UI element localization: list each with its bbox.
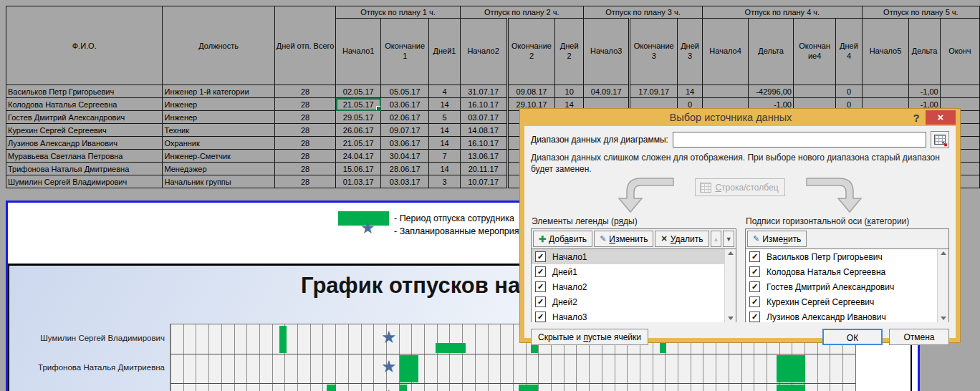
cell[interactable]: Инженер	[163, 98, 274, 111]
column-header[interactable]: Ф.И.О.	[6, 6, 163, 85]
column-header[interactable]: Начало2	[460, 19, 507, 85]
close-icon[interactable]: ×	[926, 110, 956, 125]
move-up-button[interactable]: ▲	[711, 231, 722, 247]
cell[interactable]: 14	[429, 98, 460, 111]
cell[interactable]: 4	[429, 85, 460, 98]
column-header[interactable]: Дельта	[749, 19, 794, 85]
column-header[interactable]: Оконч	[940, 19, 979, 85]
column-header[interactable]: Дней 2	[555, 19, 584, 85]
cell[interactable]: 20.11.17	[460, 163, 507, 175]
cell[interactable]	[703, 85, 749, 98]
add-series-button[interactable]: ✚ Добавить	[533, 231, 592, 247]
cell[interactable]: 28	[274, 111, 336, 124]
cell[interactable]: 14.08.17	[460, 124, 507, 137]
column-header[interactable]: Окончание 1	[381, 19, 429, 85]
checkbox-checked-icon[interactable]: ✓	[749, 281, 760, 292]
plan-group-header[interactable]: Отпуск по плану 4 ч.	[703, 6, 863, 19]
cell[interactable]: 14	[678, 85, 703, 98]
cell[interactable]: Курехин Сергей Сергеевич	[6, 124, 163, 137]
cell[interactable]: 03.06.17	[381, 137, 429, 150]
list-item[interactable]: ✓Дней1	[532, 264, 725, 279]
cell[interactable]: 29.05.17	[336, 111, 381, 124]
scroll-down-icon[interactable]	[941, 317, 946, 320]
scroll-down-icon[interactable]	[728, 317, 734, 320]
cell[interactable]: 5	[429, 111, 460, 124]
cell[interactable]	[940, 85, 979, 98]
cell[interactable]: Инженер	[163, 111, 274, 124]
column-header[interactable]: Начало5	[862, 19, 909, 85]
cell[interactable]: 26.06.17	[336, 124, 381, 137]
chart-range-input[interactable]	[673, 132, 926, 148]
cell[interactable]: Муравьева Светлана Петровна	[6, 150, 163, 163]
cell[interactable]: 09.07.17	[381, 124, 429, 137]
cell[interactable]: 28	[274, 137, 336, 150]
cell[interactable]: 28.06.17	[381, 163, 429, 175]
column-header[interactable]: Начало1	[336, 19, 381, 85]
scroll-up-icon[interactable]	[941, 251, 946, 255]
cell[interactable]: 04.09.17	[584, 85, 630, 98]
checkbox-checked-icon[interactable]: ✓	[535, 296, 546, 307]
series-list-scrollbar[interactable]	[724, 249, 736, 322]
checkbox-checked-icon[interactable]: ✓	[749, 266, 760, 277]
cell[interactable]: 28	[274, 175, 336, 188]
column-header[interactable]: Начало3	[584, 19, 630, 85]
cell[interactable]: Колодова Наталья Сергеевна	[6, 98, 163, 111]
cell[interactable]: 30.04.17	[381, 150, 429, 163]
column-header[interactable]: Должность	[163, 6, 274, 85]
cell[interactable]: 14	[429, 124, 460, 137]
list-item[interactable]: ✓Начало1	[532, 249, 725, 264]
cell[interactable]: Инженер 1-й категории	[163, 85, 274, 98]
edit-categories-button[interactable]: ✎ Изменить	[747, 231, 807, 247]
list-item[interactable]: ✓Васильков Петр Григорьевич	[746, 249, 938, 264]
plan-group-header[interactable]: Отпуск по плану 1 ч.	[336, 6, 460, 19]
cell[interactable]: 0	[836, 85, 863, 98]
column-header[interactable]: Дельта	[909, 19, 940, 85]
cell[interactable]: 17.09.17	[630, 85, 678, 98]
list-item[interactable]: ✓Лузинов Александр Иванович	[746, 309, 938, 322]
cell[interactable]: 14	[429, 163, 460, 175]
checkbox-checked-icon[interactable]: ✓	[535, 281, 546, 292]
cell[interactable]: 21.05.17	[336, 98, 381, 111]
column-header[interactable]: Дней1	[429, 19, 460, 85]
cell[interactable]: 28	[274, 85, 336, 98]
cell[interactable]	[793, 85, 835, 98]
cell[interactable]: 15.06.17	[336, 163, 381, 175]
cancel-button[interactable]: Отмена	[889, 329, 949, 345]
plan-group-header[interactable]: Отпуск по плану 3 ч.	[584, 6, 703, 19]
cell[interactable]: 10	[555, 85, 584, 98]
cell[interactable]: 28	[274, 150, 336, 163]
cell[interactable]: Васильков Петр Григорьевич	[6, 85, 163, 98]
cell[interactable]: Охранник	[163, 137, 274, 150]
categories-list-scrollbar[interactable]	[937, 249, 948, 322]
cell[interactable]: 21.05.17	[336, 137, 381, 150]
move-down-button[interactable]: ▼	[723, 231, 734, 247]
list-item[interactable]: ✓Дней2	[532, 294, 725, 309]
plan-group-header[interactable]: Отпуск по плану 2 ч.	[460, 6, 583, 19]
cell[interactable]: 16.10.17	[460, 137, 507, 150]
cell[interactable]: Шумилин Сергей Владимирович	[6, 175, 163, 188]
cell[interactable]: Менедэжер	[163, 163, 274, 175]
cell[interactable]: 28	[274, 124, 336, 137]
cell[interactable]: 16.10.17	[460, 98, 507, 111]
cell[interactable]: 01.03.17	[336, 175, 381, 188]
cell[interactable]: 03.06.17	[381, 98, 429, 111]
cell[interactable]: 3	[429, 175, 460, 188]
cell[interactable]: 13.06.17	[460, 150, 507, 163]
cell[interactable]: Техник	[163, 124, 274, 137]
cell[interactable]: 24.04.17	[336, 150, 381, 163]
cell[interactable]: 03.03.17	[381, 175, 429, 188]
column-header[interactable]: Окончание 2	[507, 19, 555, 85]
checkbox-checked-icon[interactable]: ✓	[535, 251, 546, 262]
cell[interactable]: 31.07.17	[460, 85, 507, 98]
cell[interactable]: Гостев Дмитрий Александрович	[6, 111, 163, 124]
checkbox-checked-icon[interactable]: ✓	[749, 296, 760, 307]
cell[interactable]: 28	[274, 163, 336, 175]
column-header[interactable]: Окончан ие4	[793, 19, 835, 85]
plan-group-header[interactable]: Отпуск по плану 5 ч.	[862, 6, 979, 19]
checkbox-checked-icon[interactable]: ✓	[749, 251, 760, 262]
collapse-dialog-button[interactable]: ↘	[931, 131, 949, 148]
cell[interactable]: 02.06.17	[381, 111, 429, 124]
list-item[interactable]: ✓Начало3	[532, 309, 725, 322]
cell[interactable]: 28	[274, 98, 336, 111]
edit-series-button[interactable]: ✎ Изменить	[594, 231, 653, 247]
